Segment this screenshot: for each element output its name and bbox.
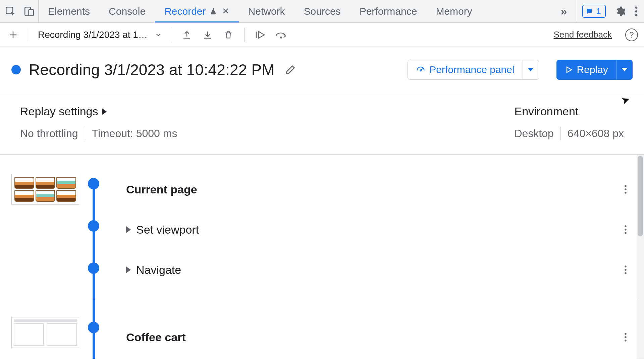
replay-dropdown[interactable] <box>616 60 633 80</box>
timeline-node-icon <box>88 262 99 274</box>
close-tab-icon[interactable]: ✕ <box>221 6 229 16</box>
export-icon[interactable] <box>180 28 194 42</box>
more-menu-icon[interactable] <box>635 6 638 17</box>
divider <box>560 127 561 140</box>
replay-settings-values: No throttling Timeout: 5000 ms <box>20 127 514 140</box>
viewport-value: 640×608 px <box>568 127 624 140</box>
recorder-toolbar: Recording 3/1/2023 at 10… Send feedback … <box>0 23 644 47</box>
flask-icon <box>209 7 217 15</box>
throttling-value: No throttling <box>20 127 78 140</box>
tab-network[interactable]: Network <box>239 0 294 22</box>
replay-settings-toggle[interactable]: Replay settings <box>20 105 514 118</box>
edit-title-icon[interactable] <box>285 64 296 75</box>
issues-badge[interactable]: 1 <box>582 5 606 18</box>
recording-selector[interactable]: Recording 3/1/2023 at 10… <box>38 29 162 40</box>
svg-point-6 <box>280 37 282 39</box>
chevron-down-icon <box>155 31 162 39</box>
inspect-element-icon[interactable] <box>5 6 16 17</box>
svg-point-19 <box>625 340 627 342</box>
svg-rect-2 <box>29 9 34 15</box>
svg-point-7 <box>420 70 421 71</box>
step-menu-icon[interactable] <box>624 332 627 342</box>
step-menu-icon[interactable] <box>624 265 627 275</box>
tabstrip-left-icons <box>0 0 39 22</box>
step-current-page[interactable]: Current page <box>101 169 644 209</box>
svg-point-3 <box>635 6 638 9</box>
play-icon <box>565 66 573 74</box>
gauge-icon <box>416 65 425 74</box>
svg-point-8 <box>625 185 627 187</box>
recording-title: Recording 3/1/2023 at 10:42:22 PM <box>29 61 275 79</box>
svg-point-4 <box>635 10 638 12</box>
devtools-tabstrip: Elements Console Recorder ✕ Network Sour… <box>0 0 644 23</box>
recording-selector-label: Recording 3/1/2023 at 10… <box>38 29 149 40</box>
steps-area: Current page Set viewport Navigate <box>0 155 644 359</box>
svg-point-14 <box>625 265 627 267</box>
chevron-right-icon <box>126 266 131 273</box>
device-value: Desktop <box>514 127 553 140</box>
step-over-icon[interactable] <box>274 28 288 42</box>
step-thumbnail[interactable] <box>11 174 79 205</box>
recording-header: Recording 3/1/2023 at 10:42:22 PM Perfor… <box>0 47 644 96</box>
step-block: Coffee cart <box>0 300 644 359</box>
svg-point-9 <box>625 188 627 190</box>
svg-point-17 <box>625 333 627 335</box>
tab-performance[interactable]: Performance <box>350 0 427 22</box>
step-menu-icon[interactable] <box>624 225 627 235</box>
continue-icon[interactable] <box>253 28 267 42</box>
environment-title: Environment <box>514 105 624 118</box>
new-recording-button[interactable] <box>6 28 20 42</box>
tab-memory[interactable]: Memory <box>426 0 481 22</box>
tabstrip-right: 1 <box>576 0 644 22</box>
issues-count: 1 <box>596 6 601 16</box>
help-icon[interactable]: ? <box>625 28 638 41</box>
divider <box>244 28 245 42</box>
settings-gear-icon[interactable] <box>614 6 626 17</box>
settings-strip: Replay settings No throttling Timeout: 5… <box>0 96 644 155</box>
svg-point-5 <box>635 14 638 16</box>
send-feedback-link[interactable]: Send feedback <box>554 29 612 40</box>
svg-point-18 <box>625 336 627 338</box>
divider <box>171 28 171 42</box>
svg-point-10 <box>625 192 627 194</box>
environment-values: Desktop 640×608 px <box>514 127 624 140</box>
tab-console[interactable]: Console <box>99 0 155 22</box>
svg-point-13 <box>625 232 627 234</box>
status-dot-icon <box>11 65 21 74</box>
svg-point-11 <box>625 225 627 227</box>
delete-icon[interactable] <box>221 28 235 42</box>
timeline-node-icon <box>88 220 99 232</box>
steps-scroll[interactable]: Current page Set viewport Navigate <box>0 168 644 359</box>
svg-point-16 <box>625 272 627 274</box>
environment-section: Environment Desktop 640×608 px <box>514 105 624 140</box>
device-toolbar-icon[interactable] <box>23 6 35 17</box>
step-navigate[interactable]: Navigate <box>101 250 644 290</box>
step-menu-icon[interactable] <box>624 184 627 194</box>
step-coffee-cart[interactable]: Coffee cart <box>101 317 644 357</box>
timeline-node-icon <box>88 178 99 189</box>
import-icon[interactable] <box>201 28 215 42</box>
replay-settings-section: Replay settings No throttling Timeout: 5… <box>20 105 514 140</box>
divider <box>29 28 29 42</box>
divider <box>85 127 85 140</box>
chevron-right-icon <box>126 226 131 233</box>
performance-panel-button[interactable]: Performance panel <box>408 60 523 80</box>
performance-panel-button-group: Performance panel <box>408 60 539 80</box>
chevron-right-icon <box>102 108 107 115</box>
performance-panel-dropdown[interactable] <box>523 60 539 80</box>
timeline-node-icon <box>88 322 99 333</box>
step-thumbnail[interactable] <box>11 317 79 348</box>
replay-button-group: Replay <box>547 60 633 80</box>
tab-elements[interactable]: Elements <box>39 0 99 22</box>
tab-recorder[interactable]: Recorder ✕ <box>155 0 238 22</box>
replay-button[interactable]: Replay <box>556 60 616 80</box>
caret-down-icon <box>528 68 533 71</box>
panel-tabs: Elements Console Recorder ✕ Network Sour… <box>39 0 552 22</box>
tab-sources[interactable]: Sources <box>294 0 350 22</box>
caret-down-icon <box>622 68 627 71</box>
step-block: Current page Set viewport Navigate <box>0 168 644 300</box>
timeout-value: Timeout: 5000 ms <box>92 127 177 140</box>
svg-point-15 <box>625 269 627 271</box>
step-set-viewport[interactable]: Set viewport <box>101 209 644 250</box>
tabs-overflow-icon[interactable]: » <box>552 0 576 22</box>
